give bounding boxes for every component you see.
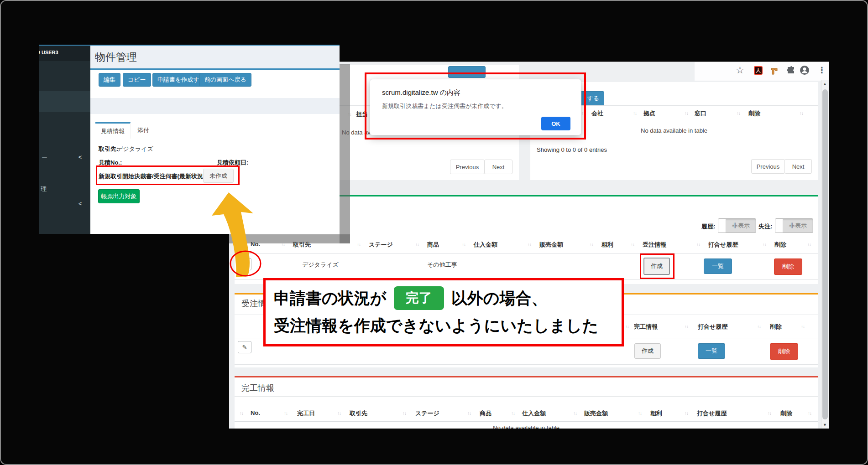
- bookmark-star-icon[interactable]: ☆: [736, 65, 744, 76]
- tab-quote-info[interactable]: 見積情報: [95, 122, 131, 139]
- sort-icon[interactable]: ↑↓: [801, 324, 805, 329]
- column-header-delete[interactable]: 削除: [774, 241, 786, 249]
- sort-icon[interactable]: ↑↓: [685, 324, 688, 329]
- lost-toggle-value: 非表示: [783, 222, 813, 230]
- column-header-completion-info[interactable]: 完工情報: [634, 323, 658, 331]
- pdf-extension-icon[interactable]: 人: [754, 66, 763, 75]
- completion-create-button[interactable]: 作成: [634, 343, 661, 359]
- column-header-meeting-history[interactable]: 打合せ履歴: [697, 409, 727, 418]
- copy-button[interactable]: コピー: [123, 73, 151, 87]
- column-header-profit[interactable]: 粗利: [650, 409, 662, 418]
- column-header-company[interactable]: 会社: [591, 109, 603, 118]
- back-button[interactable]: 前の画面へ戻る: [199, 73, 251, 87]
- sort-icon[interactable]: ↑↓: [638, 411, 642, 416]
- sort-icon[interactable]: ↑↓: [737, 111, 740, 116]
- sort-icon[interactable]: ↑↓: [807, 242, 811, 247]
- sort-icon[interactable]: ↑↓: [685, 111, 688, 116]
- extensions-puzzle-icon[interactable]: [787, 66, 796, 75]
- sort-icon[interactable]: ↑↓: [240, 411, 243, 416]
- sort-icon[interactable]: ↑↓: [462, 242, 465, 247]
- sort-icon[interactable]: ↑↓: [403, 411, 406, 416]
- sort-icon[interactable]: ↑↓: [763, 242, 766, 247]
- edit-row-button[interactable]: ✎: [238, 341, 251, 353]
- column-header-completion-date[interactable]: 完工日: [297, 409, 315, 418]
- edit-icon: ✎: [242, 344, 247, 351]
- next-button[interactable]: Next: [784, 159, 812, 174]
- previous-button[interactable]: Previous: [751, 159, 785, 174]
- scroll-up-icon[interactable]: ▲: [823, 82, 827, 86]
- no-data-text: No data available in table: [493, 424, 559, 429]
- column-header-order-info[interactable]: 受注情報: [643, 241, 666, 249]
- meeting-list-button[interactable]: 一覧: [698, 343, 725, 359]
- column-header-delete[interactable]: 削除: [748, 109, 760, 118]
- column-header-contact[interactable]: 窓口: [695, 109, 706, 118]
- sort-icon[interactable]: ↑↓: [696, 242, 700, 247]
- row-delete-button[interactable]: 削除: [774, 258, 802, 275]
- sort-icon[interactable]: ↑↓: [631, 242, 634, 247]
- row-client-value: デジタライズ: [302, 261, 339, 269]
- showing-entries-text: Showing 0 to 0 of 0 entries: [537, 146, 607, 153]
- tool-extension-icon[interactable]: [770, 66, 779, 75]
- tab-attachment[interactable]: 添付: [131, 122, 156, 139]
- column-header-profit[interactable]: 粗利: [601, 241, 613, 249]
- sort-icon[interactable]: ↑↓: [357, 242, 361, 247]
- sidebar-item-label[interactable]: 理: [41, 185, 47, 193]
- sort-icon[interactable]: ↑↓: [415, 242, 419, 247]
- toggle-checkbox: [718, 219, 726, 232]
- scrollbar-thumb[interactable]: [822, 89, 828, 419]
- column-header-product[interactable]: 商品: [480, 409, 492, 418]
- scroll-down-icon[interactable]: ▼: [823, 423, 827, 427]
- column-header-stage[interactable]: ステージ: [415, 409, 439, 418]
- toggle-checkbox: [775, 219, 783, 232]
- column-header-client[interactable]: 取引先: [350, 409, 367, 418]
- sort-icon[interactable]: ↑↓: [467, 411, 471, 416]
- completion-info-card: 完工情報 ↑↓ No. ↑↓ 完工日 ↑↓ 取引先 ↑↓ ステージ ↑↓ 商品 …: [235, 376, 818, 429]
- report-output-button[interactable]: 帳票出力対象: [98, 189, 140, 203]
- previous-button[interactable]: Previous: [450, 160, 485, 174]
- column-header-delete[interactable]: 削除: [780, 409, 792, 418]
- sort-icon[interactable]: ↑↓: [528, 242, 531, 247]
- column-header-sales[interactable]: 販売金額: [584, 409, 608, 418]
- column-header-no[interactable]: No.: [251, 409, 260, 416]
- chevron-left-icon[interactable]: <: [78, 154, 82, 160]
- row-delete-button[interactable]: 削除: [770, 343, 798, 360]
- caption-line2: 受注情報を作成できないようにいたしました: [274, 315, 613, 336]
- app-sidebar: D USER3 ー < 理 <: [39, 46, 90, 234]
- sort-icon[interactable]: ↑↓: [284, 411, 288, 416]
- column-header-purchase[interactable]: 仕入金額: [522, 409, 546, 418]
- browser-menu-dots-icon[interactable]: ⋮: [818, 65, 826, 75]
- sort-icon[interactable]: ↑↓: [337, 411, 341, 416]
- history-toggle-label: 履歴:: [701, 222, 715, 231]
- sort-icon[interactable]: ↑↓: [685, 411, 688, 416]
- column-header-site[interactable]: 拠点: [643, 109, 655, 118]
- column-header-product[interactable]: 商品: [427, 241, 439, 249]
- sort-icon[interactable]: ↑↓: [625, 324, 629, 329]
- page-scrollbar[interactable]: ▲ ▼: [821, 80, 829, 429]
- sort-icon[interactable]: ↑↓: [800, 111, 803, 116]
- sort-icon[interactable]: ↑↓: [757, 324, 761, 329]
- sort-icon[interactable]: ↑↓: [511, 411, 515, 416]
- sort-icon[interactable]: ↑↓: [633, 111, 637, 116]
- column-header-meeting-history[interactable]: 打合せ履歴: [708, 241, 738, 249]
- sidebar-item-label[interactable]: ー: [42, 154, 47, 162]
- edit-button[interactable]: 編集: [99, 73, 120, 87]
- column-header-stage[interactable]: ステージ: [369, 241, 393, 249]
- column-header-sales[interactable]: 販売金額: [539, 241, 563, 249]
- meeting-list-button[interactable]: 一覧: [704, 258, 732, 274]
- sort-icon[interactable]: ↑↓: [808, 411, 811, 416]
- column-header-purchase[interactable]: 仕入金額: [474, 241, 497, 249]
- column-header-meeting-history[interactable]: 打合せ履歴: [698, 323, 727, 331]
- history-toggle-button[interactable]: 非表示: [718, 218, 756, 233]
- sidebar-user-label: D USER3: [39, 50, 58, 55]
- chevron-left-icon[interactable]: <: [78, 201, 82, 207]
- sort-icon[interactable]: ↑↓: [590, 242, 593, 247]
- sidebar-active-item[interactable]: [39, 91, 90, 112]
- lost-toggle-button[interactable]: 非表示: [775, 218, 813, 233]
- profile-avatar-icon[interactable]: [800, 65, 810, 75]
- sort-icon[interactable]: ↑↓: [768, 411, 771, 416]
- property-management-window: D USER3 ー < 理 < 物件管理 編集 コピー 申請書を作成する 前の画…: [39, 45, 340, 234]
- sort-icon[interactable]: ↑↓: [573, 411, 577, 416]
- sidebar-user-band: D USER3: [39, 46, 90, 61]
- next-button[interactable]: Next: [484, 160, 512, 174]
- column-header-delete[interactable]: 削除: [770, 323, 782, 331]
